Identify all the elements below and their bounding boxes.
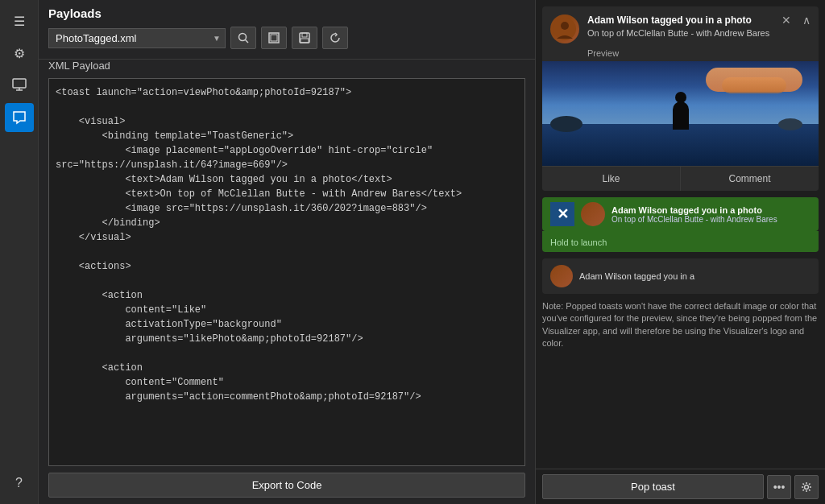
comment-button[interactable]: Comment bbox=[681, 167, 819, 191]
right-bottom-bar: Pop toast ••• bbox=[536, 469, 825, 504]
main-panel: Payloads PhotoTagged.xml ▼ bbox=[39, 0, 535, 504]
green-notif-title: Adam Wilson tagged you in a photo bbox=[611, 205, 810, 215]
note-text: Note: Popped toasts won't have the corre… bbox=[536, 297, 825, 353]
code-editor[interactable]: <toast launch="action=viewPhoto&amp;phot… bbox=[48, 78, 525, 466]
toast-text: Adam Wilson tagged you in a photo On top… bbox=[587, 14, 773, 39]
save-button[interactable] bbox=[292, 27, 317, 49]
toast-hero-image bbox=[542, 61, 819, 166]
hamburger-menu-icon[interactable]: ☰ bbox=[5, 6, 34, 35]
svg-rect-0 bbox=[13, 79, 26, 88]
avatar bbox=[550, 14, 579, 43]
green-notif-text: Adam Wilson tagged you in a photo On top… bbox=[611, 205, 810, 224]
search-button[interactable] bbox=[230, 27, 256, 49]
like-button[interactable]: Like bbox=[542, 167, 681, 191]
export-to-code-button[interactable]: Export to Code bbox=[48, 473, 525, 498]
content-area: <toast launch="action=viewPhoto&amp;phot… bbox=[39, 78, 535, 504]
svg-point-12 bbox=[805, 485, 809, 489]
toast-actions: Like Comment bbox=[542, 166, 819, 191]
chat-icon[interactable] bbox=[5, 103, 34, 132]
frame-button[interactable] bbox=[261, 27, 287, 49]
hold-to-launch-label: Hold to launch bbox=[550, 238, 810, 247]
right-panel: Adam Wilson tagged you in a photo On top… bbox=[535, 0, 825, 504]
xml-payload-label: XML Payload bbox=[48, 60, 525, 72]
app-icon-x: ✕ bbox=[550, 202, 574, 226]
toast-header: Adam Wilson tagged you in a photo On top… bbox=[542, 6, 819, 48]
toolbar: PhotoTagged.xml ▼ bbox=[48, 27, 525, 49]
file-dropdown-wrapper: PhotoTagged.xml ▼ bbox=[48, 28, 226, 48]
toast-title: Adam Wilson tagged you in a photo bbox=[587, 14, 773, 27]
svg-rect-7 bbox=[300, 33, 309, 43]
svg-rect-6 bbox=[271, 35, 277, 41]
pop-toast-button[interactable]: Pop toast bbox=[542, 474, 764, 499]
refresh-button[interactable] bbox=[322, 27, 348, 49]
help-icon[interactable]: ? bbox=[5, 469, 34, 498]
file-dropdown[interactable]: PhotoTagged.xml bbox=[48, 28, 226, 48]
sidebar: ☰ ⚙ ? bbox=[0, 0, 39, 504]
settings-button[interactable] bbox=[794, 475, 819, 499]
svg-point-3 bbox=[239, 34, 247, 41]
green-notif-subtitle: On top of McClellan Butte - with Andrew … bbox=[611, 215, 810, 224]
small-notification: Adam Wilson tagged you in a bbox=[542, 258, 819, 294]
toast-chevron-icon[interactable]: ∧ bbox=[802, 14, 810, 26]
monitor-icon[interactable] bbox=[5, 71, 34, 100]
green-notification: ✕ Adam Wilson tagged you in a photo On t… bbox=[542, 197, 819, 231]
toast-close-icon[interactable]: ✕ bbox=[781, 14, 791, 26]
small-notif-avatar bbox=[550, 265, 573, 287]
xml-label-row: XML Payload bbox=[39, 60, 535, 78]
green-notif-avatar bbox=[581, 202, 605, 226]
toast-subtitle: On top of McClellan Butte - with Andrew … bbox=[587, 27, 773, 39]
page-title: Payloads bbox=[48, 6, 525, 20]
toast-preview-card: Adam Wilson tagged you in a photo On top… bbox=[542, 6, 819, 191]
header: Payloads PhotoTagged.xml ▼ bbox=[39, 0, 535, 60]
svg-line-4 bbox=[246, 40, 249, 43]
small-notif-text: Adam Wilson tagged you in a bbox=[579, 271, 694, 281]
svg-point-11 bbox=[561, 22, 569, 30]
more-options-button[interactable]: ••• bbox=[767, 475, 791, 499]
gear-icon[interactable]: ⚙ bbox=[5, 39, 34, 68]
preview-label: Preview bbox=[542, 48, 819, 61]
